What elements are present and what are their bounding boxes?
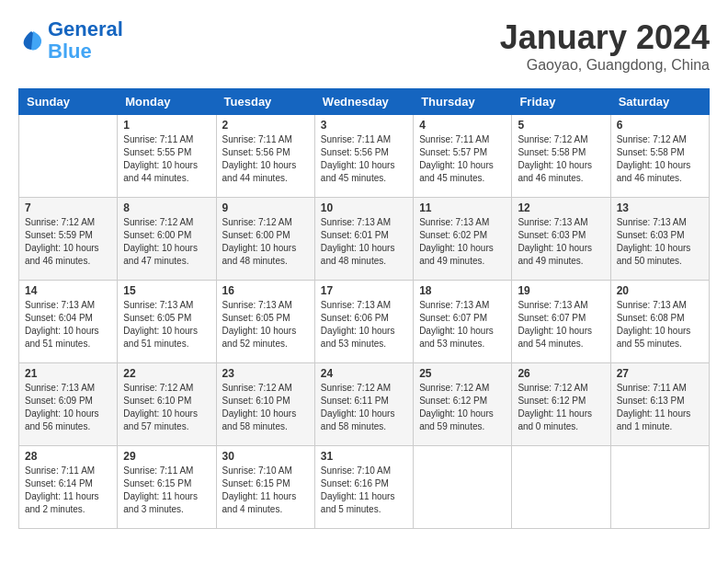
day-info: Sunrise: 7:13 AMSunset: 6:05 PMDaylight:… bbox=[123, 299, 210, 350]
header-day-tuesday: Tuesday bbox=[216, 89, 314, 115]
day-info: Sunrise: 7:13 AMSunset: 6:03 PMDaylight:… bbox=[518, 216, 604, 268]
header-row: SundayMondayTuesdayWednesdayThursdayFrid… bbox=[19, 89, 710, 115]
logo: GeneralBlue bbox=[18, 18, 123, 63]
day-info: Sunrise: 7:13 AMSunset: 6:02 PMDaylight:… bbox=[419, 216, 506, 268]
day-info: Sunrise: 7:13 AMSunset: 6:07 PMDaylight:… bbox=[518, 299, 604, 350]
calendar-cell: 12 Sunrise: 7:13 AMSunset: 6:03 PMDaylig… bbox=[512, 198, 610, 281]
day-number: 15 bbox=[123, 284, 210, 297]
header-day-friday: Friday bbox=[512, 89, 610, 115]
day-number: 11 bbox=[419, 201, 506, 214]
calendar-cell: 10 Sunrise: 7:13 AMSunset: 6:01 PMDaylig… bbox=[314, 198, 413, 281]
logo-icon bbox=[18, 28, 44, 53]
day-info: Sunrise: 7:11 AMSunset: 6:14 PMDaylight:… bbox=[25, 465, 111, 516]
day-info: Sunrise: 7:13 AMSunset: 6:08 PMDaylight:… bbox=[617, 299, 703, 350]
day-number: 2 bbox=[222, 119, 309, 132]
logo-text: GeneralBlue bbox=[48, 18, 123, 63]
day-info: Sunrise: 7:11 AMSunset: 6:13 PMDaylight:… bbox=[617, 382, 703, 433]
calendar-cell: 29 Sunrise: 7:11 AMSunset: 6:15 PMDaylig… bbox=[118, 446, 216, 529]
header-day-wednesday: Wednesday bbox=[314, 89, 413, 115]
calendar-cell: 5 Sunrise: 7:12 AMSunset: 5:58 PMDayligh… bbox=[512, 115, 610, 198]
day-number: 27 bbox=[617, 367, 703, 380]
day-info: Sunrise: 7:11 AMSunset: 6:15 PMDaylight:… bbox=[123, 465, 210, 516]
calendar-cell: 19 Sunrise: 7:13 AMSunset: 6:07 PMDaylig… bbox=[512, 281, 610, 363]
calendar-cell: 25 Sunrise: 7:12 AMSunset: 6:12 PMDaylig… bbox=[414, 363, 512, 446]
calendar-cell: 30 Sunrise: 7:10 AMSunset: 6:15 PMDaylig… bbox=[216, 446, 314, 529]
day-info: Sunrise: 7:12 AMSunset: 5:59 PMDaylight:… bbox=[25, 216, 111, 268]
page-header: GeneralBlue January 2024 Gaoyao, Guangdo… bbox=[18, 18, 710, 74]
day-info: Sunrise: 7:12 AMSunset: 6:11 PMDaylight:… bbox=[321, 382, 407, 433]
day-info: Sunrise: 7:11 AMSunset: 5:56 PMDaylight:… bbox=[321, 133, 407, 185]
calendar-cell: 31 Sunrise: 7:10 AMSunset: 6:16 PMDaylig… bbox=[314, 446, 413, 529]
day-number: 28 bbox=[25, 450, 111, 463]
calendar-cell: 20 Sunrise: 7:13 AMSunset: 6:08 PMDaylig… bbox=[610, 281, 709, 363]
week-row-4: 21 Sunrise: 7:13 AMSunset: 6:09 PMDaylig… bbox=[19, 363, 710, 446]
week-row-2: 7 Sunrise: 7:12 AMSunset: 5:59 PMDayligh… bbox=[19, 198, 710, 281]
day-number: 13 bbox=[617, 201, 703, 214]
calendar-cell: 16 Sunrise: 7:13 AMSunset: 6:05 PMDaylig… bbox=[216, 281, 314, 363]
header-day-saturday: Saturday bbox=[610, 89, 709, 115]
calendar-cell: 14 Sunrise: 7:13 AMSunset: 6:04 PMDaylig… bbox=[19, 281, 118, 363]
day-number: 24 bbox=[321, 367, 407, 380]
title-block: January 2024 Gaoyao, Guangdong, China bbox=[500, 18, 710, 74]
calendar-cell: 8 Sunrise: 7:12 AMSunset: 6:00 PMDayligh… bbox=[118, 198, 216, 281]
day-info: Sunrise: 7:12 AMSunset: 6:00 PMDaylight:… bbox=[123, 216, 210, 268]
week-row-3: 14 Sunrise: 7:13 AMSunset: 6:04 PMDaylig… bbox=[19, 281, 710, 363]
day-info: Sunrise: 7:13 AMSunset: 6:07 PMDaylight:… bbox=[419, 299, 506, 350]
day-number: 20 bbox=[617, 284, 703, 297]
day-number: 9 bbox=[222, 201, 309, 214]
day-number: 23 bbox=[222, 367, 309, 380]
day-number: 18 bbox=[419, 284, 506, 297]
calendar-cell: 6 Sunrise: 7:12 AMSunset: 5:58 PMDayligh… bbox=[610, 115, 709, 198]
day-number: 5 bbox=[518, 119, 604, 132]
calendar-subtitle: Gaoyao, Guangdong, China bbox=[500, 57, 710, 74]
day-number: 29 bbox=[123, 450, 210, 463]
day-number: 21 bbox=[25, 367, 111, 380]
calendar-cell: 7 Sunrise: 7:12 AMSunset: 5:59 PMDayligh… bbox=[19, 198, 118, 281]
day-info: Sunrise: 7:10 AMSunset: 6:15 PMDaylight:… bbox=[222, 465, 309, 516]
day-number: 26 bbox=[518, 367, 604, 380]
header-day-thursday: Thursday bbox=[414, 89, 512, 115]
calendar-cell: 1 Sunrise: 7:11 AMSunset: 5:55 PMDayligh… bbox=[118, 115, 216, 198]
calendar-cell: 23 Sunrise: 7:12 AMSunset: 6:10 PMDaylig… bbox=[216, 363, 314, 446]
day-info: Sunrise: 7:13 AMSunset: 6:05 PMDaylight:… bbox=[222, 299, 309, 350]
calendar-cell: 9 Sunrise: 7:12 AMSunset: 6:00 PMDayligh… bbox=[216, 198, 314, 281]
calendar-cell bbox=[414, 446, 512, 529]
day-number: 22 bbox=[123, 367, 210, 380]
day-info: Sunrise: 7:12 AMSunset: 6:12 PMDaylight:… bbox=[419, 382, 506, 433]
calendar-cell: 18 Sunrise: 7:13 AMSunset: 6:07 PMDaylig… bbox=[414, 281, 512, 363]
day-number: 8 bbox=[123, 201, 210, 214]
calendar-cell: 28 Sunrise: 7:11 AMSunset: 6:14 PMDaylig… bbox=[19, 446, 118, 529]
header-day-monday: Monday bbox=[118, 89, 216, 115]
day-info: Sunrise: 7:13 AMSunset: 6:04 PMDaylight:… bbox=[25, 299, 111, 350]
calendar-cell bbox=[512, 446, 610, 529]
day-info: Sunrise: 7:12 AMSunset: 5:58 PMDaylight:… bbox=[518, 133, 604, 185]
calendar-cell: 4 Sunrise: 7:11 AMSunset: 5:57 PMDayligh… bbox=[414, 115, 512, 198]
day-number: 3 bbox=[321, 119, 407, 132]
day-info: Sunrise: 7:11 AMSunset: 5:56 PMDaylight:… bbox=[222, 133, 309, 185]
calendar-cell: 17 Sunrise: 7:13 AMSunset: 6:06 PMDaylig… bbox=[314, 281, 413, 363]
day-info: Sunrise: 7:13 AMSunset: 6:03 PMDaylight:… bbox=[617, 216, 703, 268]
day-number: 14 bbox=[25, 284, 111, 297]
day-info: Sunrise: 7:10 AMSunset: 6:16 PMDaylight:… bbox=[321, 465, 407, 516]
day-info: Sunrise: 7:13 AMSunset: 6:01 PMDaylight:… bbox=[321, 216, 407, 268]
day-number: 17 bbox=[321, 284, 407, 297]
day-info: Sunrise: 7:11 AMSunset: 5:55 PMDaylight:… bbox=[123, 133, 210, 185]
day-number: 30 bbox=[222, 450, 309, 463]
day-number: 4 bbox=[419, 119, 506, 132]
day-info: Sunrise: 7:12 AMSunset: 6:10 PMDaylight:… bbox=[222, 382, 309, 433]
day-info: Sunrise: 7:12 AMSunset: 6:12 PMDaylight:… bbox=[518, 382, 604, 433]
calendar-cell: 27 Sunrise: 7:11 AMSunset: 6:13 PMDaylig… bbox=[610, 363, 709, 446]
day-number: 31 bbox=[321, 450, 407, 463]
day-info: Sunrise: 7:13 AMSunset: 6:09 PMDaylight:… bbox=[25, 382, 111, 433]
calendar-cell: 11 Sunrise: 7:13 AMSunset: 6:02 PMDaylig… bbox=[414, 198, 512, 281]
day-number: 6 bbox=[617, 119, 703, 132]
calendar-table: SundayMondayTuesdayWednesdayThursdayFrid… bbox=[18, 88, 710, 529]
calendar-cell: 3 Sunrise: 7:11 AMSunset: 5:56 PMDayligh… bbox=[314, 115, 413, 198]
day-info: Sunrise: 7:12 AMSunset: 5:58 PMDaylight:… bbox=[617, 133, 703, 185]
day-number: 19 bbox=[518, 284, 604, 297]
day-info: Sunrise: 7:12 AMSunset: 6:10 PMDaylight:… bbox=[123, 382, 210, 433]
day-number: 1 bbox=[123, 119, 210, 132]
calendar-cell: 15 Sunrise: 7:13 AMSunset: 6:05 PMDaylig… bbox=[118, 281, 216, 363]
day-info: Sunrise: 7:12 AMSunset: 6:00 PMDaylight:… bbox=[222, 216, 309, 268]
header-day-sunday: Sunday bbox=[19, 89, 118, 115]
